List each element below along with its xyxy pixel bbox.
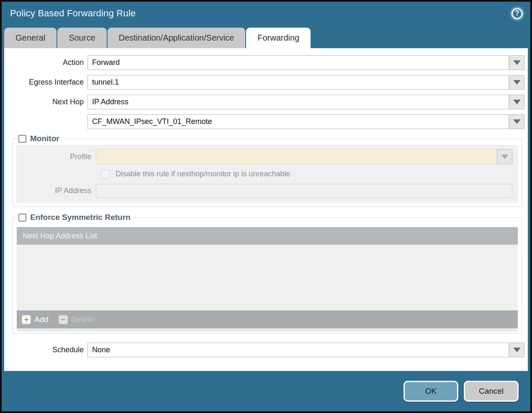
chevron-down-icon	[513, 60, 521, 65]
add-button[interactable]: + Add	[22, 315, 49, 324]
next-hop-address-row: CF_MWAN_IPsec_VTI_01_Remote	[4, 114, 528, 129]
monitor-title: Monitor	[30, 134, 59, 143]
next-hop-row: Next Hop IP Address	[4, 95, 528, 109]
monitor-panel: Profile Disable this rule if nexthop/mon…	[16, 145, 518, 203]
ok-button[interactable]: OK	[403, 381, 458, 402]
chevron-down-icon	[513, 348, 521, 352]
egress-interface-label: Egress Interface	[4, 78, 87, 87]
monitor-checkbox[interactable]	[18, 135, 26, 143]
title-bar: Policy Based Forwarding Rule ?	[2, 2, 530, 25]
next-hop-address-select[interactable]: CF_MWAN_IPsec_VTI_01_Remote	[87, 114, 509, 129]
delete-button: − Delete	[59, 315, 94, 324]
egress-interface-dropdown-button[interactable]	[509, 75, 524, 90]
tab-source[interactable]: Source	[57, 28, 106, 48]
dialog-footer: OK Cancel	[2, 371, 530, 411]
action-dropdown-button[interactable]	[509, 55, 524, 70]
next-hop-label: Next Hop	[4, 98, 87, 106]
disable-rule-label: Disable this rule if nexthop/monitor ip …	[116, 170, 290, 178]
next-hop-type-dropdown-button[interactable]	[509, 95, 524, 109]
table-scrollbar-track	[17, 328, 518, 332]
tab-general[interactable]: General	[4, 28, 57, 48]
symmetric-return-checkbox[interactable]	[18, 214, 26, 222]
next-hop-address-column-header: Next Hop Address List	[23, 232, 97, 240]
disable-rule-checkbox	[101, 170, 110, 178]
tab-forwarding[interactable]: Forwarding	[246, 28, 311, 48]
egress-interface-select[interactable]: tunnel.1	[87, 75, 509, 90]
profile-select	[96, 149, 497, 164]
help-icon-glyph: ?	[515, 10, 519, 17]
help-icon[interactable]: ?	[511, 8, 523, 19]
chevron-down-icon	[513, 119, 521, 124]
next-hop-address-table-header: Next Hop Address List	[17, 227, 518, 245]
action-label: Action	[4, 58, 87, 67]
schedule-row: Schedule None	[4, 343, 528, 357]
profile-label: Profile	[21, 152, 96, 161]
monitor-ip-label: IP Address	[21, 186, 96, 195]
chevron-down-icon	[513, 100, 521, 104]
symmetric-return-title: Enforce Symmetric Return	[30, 213, 131, 222]
next-hop-address-table-footer: + Add − Delete	[17, 310, 518, 328]
pbf-rule-dialog: Policy Based Forwarding Rule ? General S…	[0, 0, 532, 413]
action-select[interactable]: Forward	[87, 55, 509, 70]
tab-content-forwarding: Action Forward Egress Interface tunnel.1…	[4, 48, 528, 371]
dialog-title: Policy Based Forwarding Rule	[10, 8, 136, 19]
add-button-label: Add	[34, 315, 49, 324]
chevron-down-icon	[513, 80, 521, 85]
minus-icon: −	[59, 315, 68, 324]
schedule-select[interactable]: None	[87, 343, 509, 357]
profile-dropdown-button	[497, 149, 512, 164]
next-hop-address-table-body[interactable]	[17, 245, 518, 310]
disable-rule-row: Disable this rule if nexthop/monitor ip …	[101, 170, 513, 178]
egress-interface-row: Egress Interface tunnel.1	[4, 75, 528, 90]
tab-bar: General Source Destination/Application/S…	[2, 25, 530, 48]
cancel-button[interactable]: Cancel	[464, 381, 519, 402]
monitor-legend: Monitor	[17, 134, 63, 143]
chevron-down-icon	[501, 155, 509, 159]
next-hop-address-dropdown-button[interactable]	[509, 114, 524, 129]
next-hop-type-select[interactable]: IP Address	[87, 95, 509, 109]
symmetric-return-section: Enforce Symmetric Return Next Hop Addres…	[12, 213, 522, 334]
monitor-ip-row: IP Address	[21, 184, 513, 198]
plus-icon: +	[22, 315, 31, 324]
monitor-ip-input	[96, 184, 512, 198]
monitor-section: Monitor Profile Disable this rule if nex…	[12, 134, 522, 207]
delete-button-label: Delete	[71, 315, 94, 324]
tab-destination-application-service[interactable]: Destination/Application/Service	[108, 28, 246, 48]
symmetric-return-legend: Enforce Symmetric Return	[17, 213, 134, 222]
profile-row: Profile	[21, 149, 513, 164]
schedule-dropdown-button[interactable]	[509, 343, 524, 357]
next-hop-address-table: Next Hop Address List + Add − Delete	[17, 227, 518, 332]
schedule-label: Schedule	[4, 346, 87, 354]
action-row: Action Forward	[4, 55, 528, 70]
